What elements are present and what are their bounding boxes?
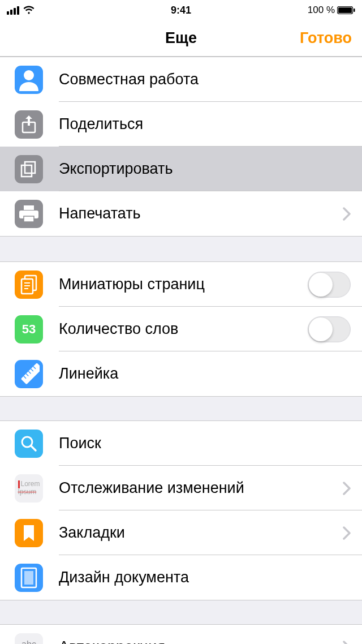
status-right: 100 % [308,5,355,16]
chevron-right-icon [343,526,351,540]
svg-rect-7 [24,205,34,210]
label-ruler: Линейка [59,365,362,383]
thumbnails-icon [15,271,43,299]
svg-point-3 [24,70,34,80]
wordcount-icon: 53 [15,315,43,344]
label-print: Напечатать [59,205,343,222]
svg-rect-2 [354,8,355,12]
row-docsetup[interactable]: Дизайн документа [0,555,362,600]
svg-rect-5 [21,165,32,177]
ruler-icon [15,360,43,388]
chevron-right-icon [343,641,351,645]
autocorrect-icon: abc• • • • [15,633,43,645]
label-docsetup: Дизайн документа [59,569,362,586]
label-thumbnails: Миниатюры страниц [59,276,308,293]
svg-rect-1 [338,7,352,13]
label-bookmarks: Закладки [59,524,343,542]
status-time: 9:41 [171,5,191,16]
page-title: Еще [165,29,197,47]
toggle-thumbnails[interactable] [308,272,351,298]
row-collab[interactable]: Совместная работа [0,57,362,102]
row-export[interactable]: Экспортировать [0,147,362,191]
nav-bar: Еще Готово [0,20,362,57]
group-text: abc• • • • Автокоррекция Комментарии [0,624,362,644]
status-left [7,6,35,15]
label-share: Поделиться [59,115,362,133]
row-ruler[interactable]: Линейка [0,351,362,396]
svg-rect-15 [21,363,40,384]
label-autocorrect: Автокоррекция [59,638,343,644]
bookmarks-icon [15,519,43,547]
export-icon [15,155,43,183]
trackchanges-icon: LoremIpsum [15,474,43,503]
row-autocorrect[interactable]: abc• • • • Автокоррекция [0,625,362,644]
status-bar: 9:41 100 % [0,0,362,20]
label-tracking: Отслеживание изменений [59,479,343,497]
search-icon [15,430,43,458]
share-icon [15,110,43,139]
label-export: Экспортировать [59,160,362,178]
row-share[interactable]: Поделиться [0,102,362,147]
battery-icon [337,6,355,14]
person-icon [15,66,43,94]
print-icon [15,200,43,228]
battery-text: 100 % [308,5,335,16]
row-thumbnails[interactable]: Миниатюры страниц [0,262,362,307]
chevron-right-icon [343,207,351,221]
row-bookmarks[interactable]: Закладки [0,510,362,555]
wifi-icon [23,6,35,15]
docsetup-icon [15,564,43,592]
content: Совместная работа Поделиться Экспортиров… [0,57,362,644]
svg-rect-9 [24,216,34,222]
signal-icon [7,6,19,15]
label-collab: Совместная работа [59,71,362,88]
row-print[interactable]: Напечатать [0,191,362,236]
chevron-right-icon [343,482,351,495]
svg-rect-6 [25,162,35,173]
group-view: Миниатюры страниц 53 Количество слов Лин… [0,261,362,397]
toggle-wordcount[interactable] [308,316,351,342]
svg-rect-24 [24,571,33,585]
row-search[interactable]: Поиск [0,421,362,466]
label-search: Поиск [59,435,362,452]
label-wordcount: Количество слов [59,320,308,338]
done-button[interactable]: Готово [300,29,352,47]
svg-line-22 [31,446,36,450]
group-share: Совместная работа Поделиться Экспортиров… [0,57,362,237]
row-wordcount[interactable]: 53 Количество слов [0,307,362,351]
row-tracking[interactable]: LoremIpsum Отслеживание изменений [0,466,362,510]
group-document: Поиск LoremIpsum Отслеживание изменений … [0,420,362,600]
